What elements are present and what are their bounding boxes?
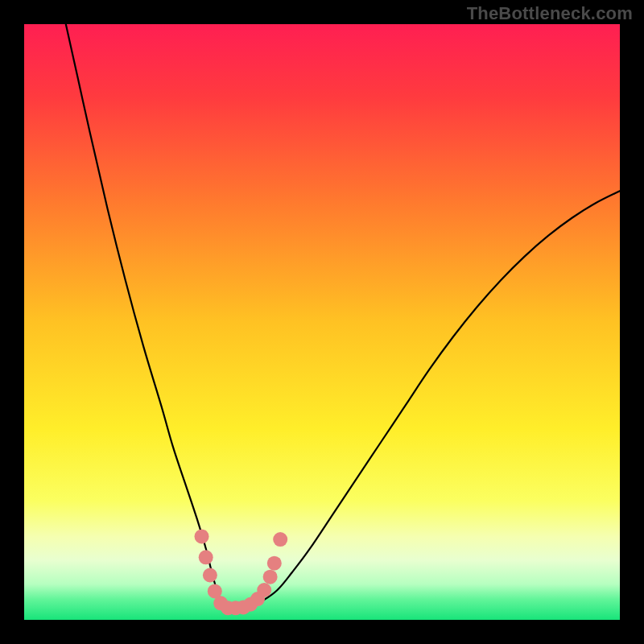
chart-frame: TheBottleneck.com xyxy=(0,0,644,644)
marker-point xyxy=(257,583,271,597)
watermark-text: TheBottleneck.com xyxy=(467,3,633,24)
marker-point xyxy=(263,570,278,584)
marker-point xyxy=(195,529,209,543)
marker-point xyxy=(203,568,217,583)
marker-point xyxy=(267,556,282,571)
chart-svg xyxy=(24,24,620,620)
marker-point xyxy=(273,532,287,547)
marker-point xyxy=(199,550,213,564)
